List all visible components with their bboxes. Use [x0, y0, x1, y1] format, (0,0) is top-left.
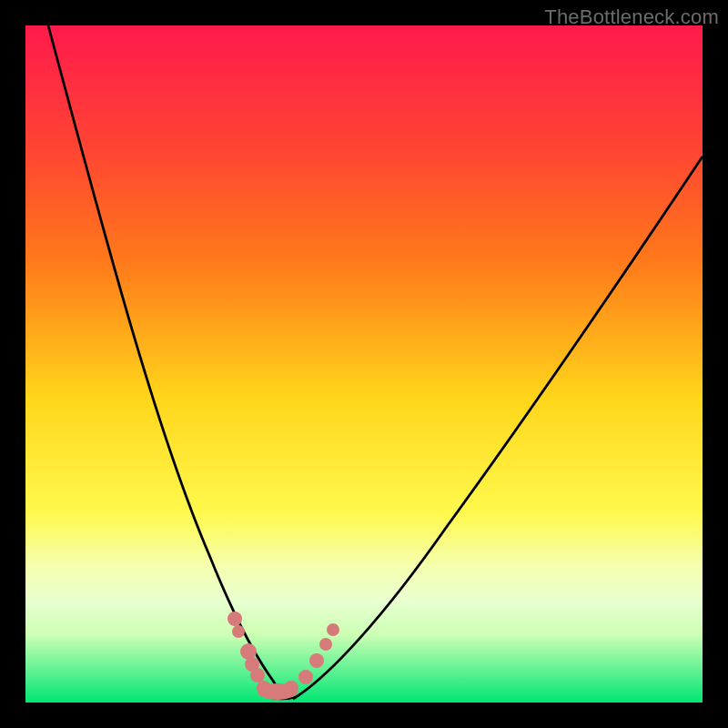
chart-frame: TheBottleneck.com: [0, 0, 728, 728]
watermark-text: TheBottleneck.com: [544, 5, 719, 29]
svg-point-10: [319, 638, 332, 651]
svg-point-4: [250, 668, 265, 682]
svg-point-8: [298, 670, 313, 684]
svg-point-2: [240, 643, 257, 660]
svg-point-11: [327, 623, 339, 636]
svg-point-9: [309, 653, 324, 668]
plot-area: [25, 25, 703, 703]
bottleneck-chart: [0, 0, 728, 728]
svg-point-1: [232, 625, 245, 638]
svg-point-6: [257, 681, 271, 695]
svg-point-0: [228, 612, 242, 626]
svg-point-7: [284, 681, 298, 695]
